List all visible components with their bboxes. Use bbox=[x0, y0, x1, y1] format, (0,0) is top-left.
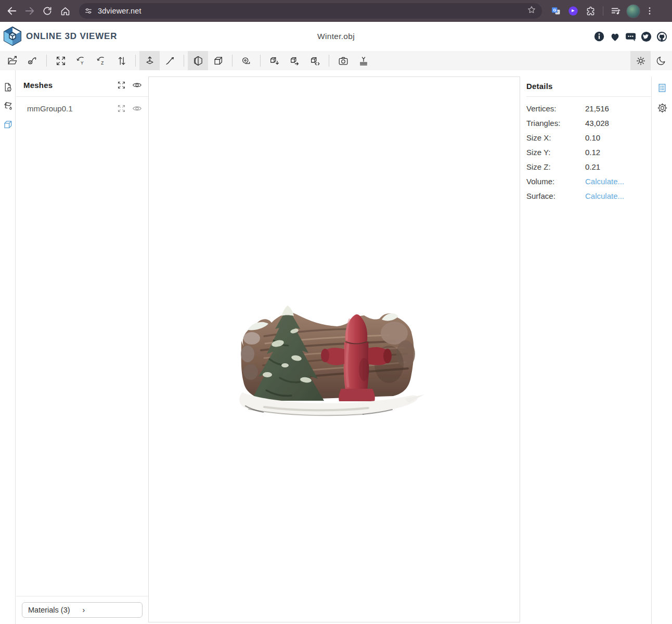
toolbar-separator bbox=[46, 55, 47, 67]
flip-up-vector-button[interactable] bbox=[111, 51, 132, 70]
detail-label: Triangles: bbox=[526, 119, 585, 128]
logo-icon bbox=[4, 27, 21, 46]
left-rail bbox=[0, 70, 16, 624]
reload-button[interactable] bbox=[38, 2, 56, 20]
open-url-icon bbox=[27, 55, 38, 67]
donate-button[interactable] bbox=[609, 30, 621, 43]
light-theme-sun-icon bbox=[635, 55, 647, 67]
detail-row-size-x: Size X: 0.10 bbox=[523, 130, 651, 145]
reload-icon bbox=[42, 6, 53, 16]
chevron-right-icon: › bbox=[83, 606, 137, 614]
materials-button[interactable]: Materials (3) › bbox=[22, 602, 143, 618]
github-icon bbox=[656, 31, 668, 43]
github-link[interactable] bbox=[655, 30, 668, 43]
fit-to-window-icon bbox=[117, 104, 126, 113]
shading-mode-button[interactable] bbox=[188, 51, 208, 70]
menu-dots-icon bbox=[644, 6, 655, 16]
viewport-3d[interactable] bbox=[148, 77, 520, 622]
detail-row-volume: Volume: Calculate... bbox=[523, 174, 651, 188]
media-playlist-icon bbox=[610, 5, 622, 17]
up-vector-mode-button[interactable] bbox=[139, 51, 160, 70]
eye-icon bbox=[132, 104, 142, 113]
extensions-puzzle-icon bbox=[585, 6, 596, 17]
materials-button-label: Materials (3) bbox=[28, 606, 83, 614]
meshes-panel-title: Meshes bbox=[23, 81, 111, 90]
calculate-surface-link[interactable]: Calculate... bbox=[585, 192, 624, 200]
browser-divider bbox=[603, 6, 603, 16]
toolbar-separator bbox=[260, 55, 261, 67]
detail-value: 0.12 bbox=[585, 148, 600, 157]
print-button[interactable] bbox=[353, 51, 373, 70]
meshes-panel: Meshes mmGroup0.1 Materials (3) › bbox=[16, 70, 148, 624]
detail-label: Volume: bbox=[526, 177, 585, 186]
media-controls-button[interactable] bbox=[609, 2, 623, 20]
detail-row-vertices: Vertices: 21,516 bbox=[523, 101, 651, 116]
forward-button[interactable] bbox=[21, 2, 38, 20]
open-file-button[interactable] bbox=[2, 51, 22, 70]
toolbar-separator bbox=[232, 55, 232, 67]
translate-extension-button[interactable]: 文 G bbox=[549, 2, 563, 20]
bookmark-star-icon bbox=[526, 5, 537, 15]
twitter-link[interactable] bbox=[640, 30, 652, 43]
avatar[interactable] bbox=[626, 4, 640, 18]
tune-icon bbox=[84, 6, 93, 16]
detail-row-size-y: Size Y: 0.12 bbox=[523, 145, 651, 159]
export-model-button[interactable] bbox=[264, 51, 285, 70]
share-model-button[interactable] bbox=[285, 51, 305, 70]
open-url-button[interactable] bbox=[22, 51, 43, 70]
details-list-icon bbox=[657, 83, 667, 93]
home-button[interactable] bbox=[56, 2, 74, 20]
purple-extension-button[interactable] bbox=[566, 2, 580, 20]
embed-model-button[interactable] bbox=[305, 51, 325, 70]
back-arrow-icon bbox=[6, 5, 18, 17]
fit-meshes-button[interactable] bbox=[117, 81, 126, 90]
detail-row-size-z: Size Z: 0.21 bbox=[523, 159, 651, 174]
document-title: Winter.obj bbox=[317, 32, 355, 41]
settings-tab[interactable] bbox=[652, 98, 672, 118]
mesh-list-item[interactable]: mmGroup0.1 bbox=[16, 97, 148, 120]
info-button[interactable] bbox=[593, 30, 605, 43]
solid-view-button[interactable] bbox=[208, 51, 228, 70]
translate-icon: 文 G bbox=[550, 5, 562, 17]
toolbar: Y Z bbox=[0, 51, 672, 70]
file-details-icon bbox=[3, 82, 14, 93]
browser-bar: 3dviewer.net 文 G bbox=[0, 0, 672, 22]
details-tab[interactable] bbox=[652, 78, 672, 98]
heart-icon bbox=[609, 31, 621, 43]
twitter-icon bbox=[640, 31, 652, 43]
solid-cube-icon bbox=[213, 55, 224, 67]
materials-tab[interactable] bbox=[0, 96, 16, 115]
show-hide-mesh-button[interactable] bbox=[132, 104, 142, 113]
fit-mesh-button[interactable] bbox=[117, 104, 126, 113]
snapshot-button[interactable] bbox=[333, 51, 353, 70]
bookmark-button[interactable] bbox=[526, 5, 537, 17]
toolbar-separator bbox=[329, 55, 329, 67]
show-hide-meshes-button[interactable] bbox=[132, 80, 142, 90]
chat-icon bbox=[625, 31, 637, 43]
brand[interactable]: ONLINE 3D VIEWER bbox=[4, 27, 117, 46]
feedback-button[interactable] bbox=[624, 30, 637, 43]
detail-label: Size Z: bbox=[526, 162, 585, 171]
fit-to-window-button[interactable] bbox=[50, 51, 71, 70]
detail-row-surface: Surface: Calculate... bbox=[523, 188, 651, 203]
svg-text:Y: Y bbox=[81, 61, 84, 66]
free-orbit-button[interactable] bbox=[160, 51, 180, 70]
file-details-tab[interactable] bbox=[0, 78, 16, 96]
browser-menu-button[interactable] bbox=[644, 2, 655, 20]
toolbar-spacer bbox=[373, 51, 630, 70]
set-z-up-button[interactable]: Z bbox=[91, 51, 111, 70]
url-bar[interactable]: 3dviewer.net bbox=[79, 3, 542, 19]
back-button[interactable] bbox=[3, 2, 21, 20]
extensions-button[interactable] bbox=[584, 2, 597, 20]
measure-button[interactable] bbox=[236, 51, 256, 70]
detail-label: Size X: bbox=[526, 133, 585, 142]
light-theme-button[interactable] bbox=[630, 51, 651, 70]
calculate-volume-link[interactable]: Calculate... bbox=[585, 177, 624, 186]
toolbar-separator bbox=[135, 55, 136, 67]
set-y-up-button[interactable]: Y bbox=[71, 51, 91, 70]
open-file-icon bbox=[7, 55, 18, 67]
free-orbit-icon bbox=[164, 55, 176, 67]
dark-theme-button[interactable] bbox=[651, 51, 671, 70]
meshes-tab[interactable] bbox=[0, 115, 16, 134]
print-layers-icon bbox=[358, 55, 369, 67]
